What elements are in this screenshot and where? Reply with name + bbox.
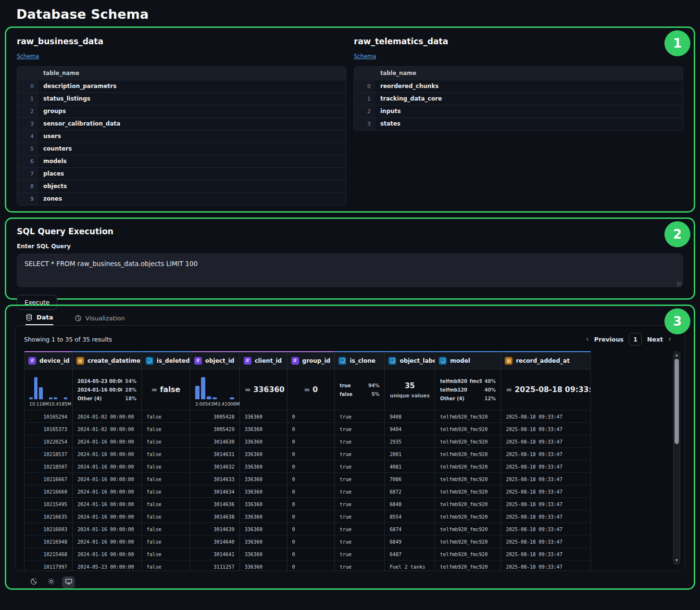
column-summary-device_id: 10.118M10.4185M — [25, 369, 73, 410]
scroll-down-icon[interactable]: ▼ — [674, 559, 680, 562]
column-summary-create_datetime: 2024-05-23 00:00:0054%2024-01-16 00:00:0… — [73, 369, 142, 410]
light-theme-button[interactable] — [45, 576, 58, 588]
cell-object_id: 3014640 — [190, 535, 240, 547]
cell-group_id: 0 — [288, 423, 335, 435]
cell-record_added_at: 2025-08-18 09:33:47 — [501, 448, 591, 460]
topk-value: Other (4) — [77, 396, 102, 401]
cell-device_id: 10165294 — [25, 410, 73, 422]
histogram-bar — [195, 386, 200, 399]
system-theme-button[interactable] — [62, 576, 75, 588]
column-summary-model: telfmb920_fmc92048%telfmb12040%Other (4)… — [435, 369, 501, 410]
next-button[interactable]: Next — [647, 336, 663, 343]
results-card: Showing 1 to 35 of 35 results ‹ Previous… — [15, 325, 685, 571]
previous-chevron-icon[interactable]: ‹ — [586, 335, 589, 343]
column-name: model — [450, 357, 470, 364]
topk-percentage: 12% — [485, 396, 496, 401]
summary-constant-value: = 336360 — [245, 385, 282, 394]
column-header-device_id[interactable]: #device_id — [25, 351, 73, 369]
previous-button[interactable]: Previous — [594, 336, 624, 343]
current-page-button[interactable]: 1 — [629, 333, 642, 345]
row-index: 3 — [354, 117, 375, 130]
cell-is_deleted: false — [142, 435, 190, 447]
histogram-max-label: 10.4185M — [49, 401, 71, 407]
column-header-model[interactable]: ❏model — [435, 351, 501, 369]
column-header-create_datetime[interactable]: ▦create_datetime — [73, 351, 142, 369]
vertical-scrollbar[interactable]: ▲ ▼ — [673, 351, 680, 565]
schema-link-telematics[interactable]: Schema — [354, 53, 376, 60]
topk-percentage: 94% — [368, 383, 379, 388]
schema-panel: 1 raw_business_data Schema table_name 0d… — [5, 26, 695, 213]
cell-client_id: 336360 — [240, 448, 288, 460]
page-title: Database Schema — [16, 7, 700, 22]
cell-object_label: 6872 — [385, 485, 435, 497]
column-header-object_id[interactable]: #object_id — [190, 351, 240, 369]
cell-is_clone: true — [335, 423, 385, 435]
equals-sign: = — [506, 385, 514, 394]
cell-is_deleted: false — [142, 423, 190, 435]
dark-theme-button[interactable] — [27, 576, 40, 588]
histogram-bars — [29, 376, 67, 399]
constant-value: false — [160, 385, 180, 394]
topk-item: false5% — [339, 392, 379, 397]
sql-query-input[interactable] — [17, 254, 683, 287]
column-name: object_id — [205, 357, 235, 364]
cell-create_datetime: 2024-01-16 00:00:00 — [73, 548, 142, 560]
cell-record_added_at: 2025-08-18 09:33:47 — [501, 560, 591, 571]
cell-create_datetime: 2024-01-02 00:00:00 — [73, 410, 142, 422]
cell-object_label: 9404 — [385, 423, 435, 435]
cell-group_id: 0 — [288, 435, 335, 447]
cell-client_id: 336360 — [240, 435, 288, 447]
cell-object_label: 6874 — [385, 523, 435, 535]
tab-visualization[interactable]: Visualization — [75, 315, 125, 325]
cell-client_id: 336360 — [240, 535, 288, 547]
cell-client_id: 336360 — [240, 460, 288, 472]
cell-is_deleted: false — [142, 460, 190, 472]
results-tabs: Data Visualization — [25, 311, 694, 325]
cell-is_deleted: false — [142, 485, 190, 497]
tables-list-telematics: table_name 0reordered_chunks1tracking_da… — [354, 66, 683, 130]
table-row: 8objects — [17, 180, 346, 192]
row-index: 5 — [17, 142, 38, 155]
grid-data-row: 102166352024-01-16 00:00:00false30146383… — [25, 510, 591, 522]
histogram-labels: 3.00543M3.41008M — [195, 401, 235, 407]
number-type-icon: # — [291, 357, 299, 365]
grid-data-row: 102169482024-01-16 00:00:00false30146403… — [25, 535, 591, 547]
row-index: 1 — [354, 92, 375, 105]
cell-object_id: 3111257 — [190, 560, 240, 571]
column-name: is_deleted — [157, 357, 190, 364]
cell-device_id: 10117997 — [25, 560, 73, 571]
results-panel: 3 Data Visualization Showin — [5, 305, 695, 590]
column-header-client_id[interactable]: #client_id — [240, 351, 288, 369]
topk-percentage: 48% — [485, 379, 496, 384]
cell-create_datetime: 2024-01-02 00:00:00 — [73, 423, 142, 435]
text-type-icon: ❏ — [388, 357, 396, 365]
column-summary-object_label: 35unique values — [385, 369, 435, 410]
cell-group_id: 0 — [288, 448, 335, 460]
cell-object_id: 3014631 — [190, 448, 240, 460]
topk-item: telfmb12040% — [440, 387, 496, 393]
column-name: device_id — [39, 357, 70, 364]
tab-data[interactable]: Data — [25, 314, 53, 325]
column-header-is_deleted[interactable]: ❏is_deleted — [142, 351, 190, 369]
cell-device_id: 10216667 — [25, 473, 73, 485]
topk-percentage: 28% — [125, 387, 136, 393]
column-header-object_label[interactable]: ❏object_label — [385, 351, 435, 369]
schema-link-business[interactable]: Schema — [17, 53, 39, 60]
scrollbar-thumb[interactable] — [675, 359, 679, 444]
next-chevron-icon[interactable]: › — [668, 335, 671, 343]
cell-device_id: 10216948 — [25, 535, 73, 547]
text-type-icon: ❏ — [338, 357, 346, 365]
cell-group_id: 0 — [288, 548, 335, 560]
column-header-record_added_at[interactable]: ▦record_added_at — [501, 351, 591, 369]
column-header-group_id[interactable]: #group_id — [288, 351, 335, 369]
cell-group_id: 0 — [288, 473, 335, 485]
cell-client_id: 336360 — [240, 410, 288, 422]
summary-constant-value: = 2025-08-18 09:33:47 — [506, 385, 586, 394]
table-row: 1tracking_data_core — [354, 92, 683, 105]
cell-object_label: 4081 — [385, 460, 435, 472]
scroll-up-icon[interactable]: ▲ — [674, 354, 680, 357]
topk-item: 2024-01-16 00:00:0028% — [77, 387, 137, 393]
cell-object_label: 6487 — [385, 548, 435, 560]
grid-summary-row: 10.118M10.4185M2024-05-23 00:00:0054%202… — [25, 369, 591, 410]
column-header-is_clone[interactable]: ❏is_clone — [335, 351, 385, 369]
